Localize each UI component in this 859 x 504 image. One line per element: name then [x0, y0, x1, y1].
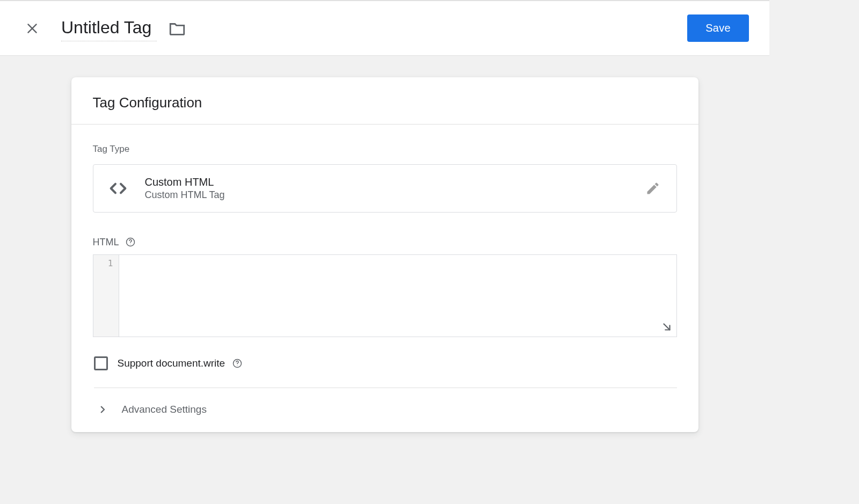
tag-name-input[interactable]: [61, 16, 157, 41]
tag-type-name: Custom HTML: [145, 176, 643, 188]
folder-button[interactable]: [166, 18, 188, 39]
svg-point-3: [130, 244, 130, 244]
advanced-settings-label: Advanced Settings: [122, 404, 207, 415]
tag-type-label: Tag Type: [93, 144, 677, 155]
tag-type-description: Custom HTML Tag: [145, 189, 643, 201]
support-document-write-checkbox[interactable]: [94, 356, 108, 370]
support-document-write-row: Support document.write: [94, 356, 677, 388]
html-field-label: HTML: [93, 237, 119, 248]
html-code-editor: 1: [93, 254, 677, 337]
folder-icon: [168, 19, 186, 38]
document-write-help-button[interactable]: [231, 357, 243, 369]
help-icon: [232, 358, 243, 369]
edit-tag-type-button[interactable]: [643, 179, 663, 198]
editor-gutter: 1: [93, 255, 119, 337]
support-document-write-label: Support document.write: [118, 357, 225, 369]
close-icon: [25, 21, 39, 35]
editor-resize-handle[interactable]: [660, 320, 673, 333]
close-button[interactable]: [19, 16, 45, 41]
advanced-settings-toggle[interactable]: Advanced Settings: [93, 388, 677, 432]
code-icon: [104, 174, 132, 202]
svg-point-6: [237, 365, 238, 366]
html-help-button[interactable]: [125, 236, 136, 248]
tag-configuration-card: Tag Configuration Tag Type Custom HTML C…: [71, 77, 698, 432]
resize-icon: [661, 321, 673, 333]
html-code-input[interactable]: [119, 255, 676, 337]
pencil-icon: [645, 181, 660, 196]
line-number: 1: [93, 258, 113, 268]
card-title: Tag Configuration: [93, 94, 677, 111]
save-button[interactable]: Save: [687, 14, 749, 42]
svg-line-4: [664, 324, 669, 330]
header-bar: Save: [0, 0, 769, 56]
help-icon: [125, 237, 136, 247]
tag-type-selector[interactable]: Custom HTML Custom HTML Tag: [93, 164, 677, 213]
chevron-right-icon: [96, 403, 109, 416]
